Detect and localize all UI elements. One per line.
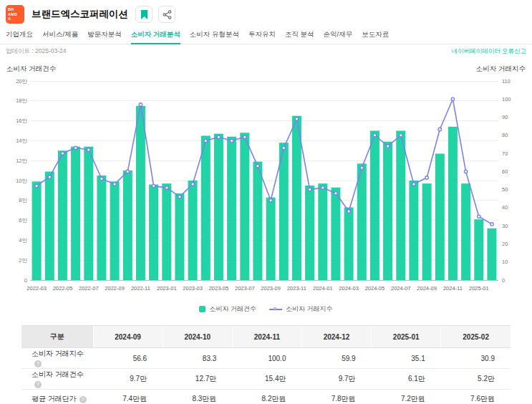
line-point-2022-08[interactable] (100, 177, 103, 180)
line-point-2024-12[interactable] (464, 170, 467, 173)
bar-2022-05[interactable] (58, 150, 67, 280)
bar-2024-11[interactable] (448, 127, 458, 280)
nav-tab-0[interactable]: 기업개요 (6, 29, 33, 44)
line-point-2025-01[interactable] (478, 215, 480, 218)
line-point-2022-04[interactable] (48, 175, 51, 178)
line-point-2023-08[interactable] (256, 165, 259, 168)
line-point-2023-10[interactable] (282, 146, 285, 149)
line-point-2023-03[interactable] (191, 183, 194, 186)
bar-2025-01[interactable] (474, 219, 483, 280)
bar-2024-09[interactable] (422, 183, 432, 280)
bookmark-icon (140, 10, 148, 19)
bar-2024-07[interactable] (396, 131, 405, 281)
nav-tab-3[interactable]: 소비자 거래분석 (131, 29, 180, 44)
nav-tab-5[interactable]: 투자유치 (248, 29, 276, 44)
table-header-row: 구분2024-092024-102024-112024-122025-01202… (21, 326, 511, 348)
nav-tab-2[interactable]: 방문자분석 (87, 29, 122, 44)
line-swatch-icon (269, 309, 282, 310)
line-point-2022-10[interactable] (126, 170, 129, 173)
bar-2022-04[interactable] (45, 172, 54, 281)
cell-value: 59.9 (301, 348, 371, 369)
line-point-2024-09[interactable] (425, 176, 428, 179)
info-icon[interactable]: ? (79, 396, 87, 403)
nav-tab-4[interactable]: 소비자 유형분석 (190, 29, 239, 44)
bar-2023-06[interactable] (227, 137, 236, 280)
bar-2022-06[interactable] (71, 147, 80, 280)
info-icon[interactable]: ? (34, 360, 42, 367)
bar-2022-07[interactable] (84, 147, 93, 280)
info-icon[interactable]: ? (34, 381, 42, 388)
line-point-2025-02[interactable] (490, 223, 493, 226)
bar-2024-06[interactable] (383, 142, 392, 280)
bar-2022-10[interactable] (123, 170, 132, 280)
share-button[interactable] (158, 6, 175, 23)
line-point-2023-12[interactable] (308, 188, 311, 191)
line-point-2023-05[interactable] (217, 135, 220, 138)
bar-2024-05[interactable] (370, 131, 379, 281)
line-point-2022-12[interactable] (152, 184, 155, 187)
brand-logo-icon[interactable]: BR AND X. (6, 5, 24, 24)
bar-2023-09[interactable] (266, 198, 276, 280)
line-point-2024-07[interactable] (400, 134, 402, 137)
bar-2023-12[interactable] (305, 186, 314, 280)
bar-2023-08[interactable] (253, 162, 262, 280)
line-point-2022-03[interactable] (35, 184, 38, 187)
bar-2025-02[interactable] (487, 229, 496, 280)
bar-2023-05[interactable] (214, 134, 223, 280)
transaction-chart[interactable]: 02만4만6만8만10만12만14만16만18만20만0102030405060… (6, 74, 526, 300)
line-point-2024-02[interactable] (334, 192, 337, 195)
x-tick: 2023-11 (287, 285, 306, 292)
error-report-link[interactable]: 네이버페이데이터 오류신고 (452, 47, 526, 56)
line-point-2023-04[interactable] (204, 139, 207, 142)
line-point-2022-07[interactable] (87, 148, 90, 151)
line-point-2024-11[interactable] (451, 97, 454, 100)
bar-2024-01[interactable] (318, 183, 327, 280)
bookmark-button[interactable] (135, 6, 153, 23)
bar-2022-03[interactable] (32, 181, 42, 280)
bar-2023-07[interactable] (240, 133, 249, 280)
bar-2022-09[interactable] (110, 181, 120, 280)
legend-item-index[interactable]: 소비자 거래지수 (269, 304, 333, 314)
line-point-2022-06[interactable] (74, 146, 77, 149)
line-point-2023-01[interactable] (165, 186, 168, 189)
line-point-2022-05[interactable] (61, 152, 64, 155)
y-left-tick: 16만 (16, 117, 27, 124)
nav-tab-6[interactable]: 조직 분석 (285, 29, 314, 44)
bar-2022-12[interactable] (149, 185, 158, 280)
bar-2024-12[interactable] (461, 183, 470, 280)
line-point-2024-01[interactable] (321, 186, 324, 189)
line-point-2023-02[interactable] (178, 196, 181, 198)
bar-2022-08[interactable] (97, 175, 106, 280)
line-point-2022-09[interactable] (113, 183, 116, 186)
bar-2024-04[interactable] (357, 163, 367, 280)
line-point-2024-05[interactable] (373, 134, 376, 137)
bar-2024-08[interactable] (409, 181, 418, 280)
bar-2023-02[interactable] (175, 193, 184, 280)
line-point-2023-11[interactable] (295, 117, 298, 120)
line-point-2023-06[interactable] (230, 139, 233, 142)
line-point-2022-11[interactable] (139, 103, 142, 106)
nav-tab-7[interactable]: 손익/재무 (324, 29, 353, 44)
nav-tab-1[interactable]: 서비스/제품 (42, 29, 78, 44)
bar-2024-03[interactable] (344, 208, 354, 281)
bar-2023-01[interactable] (162, 183, 171, 280)
bar-2024-02[interactable] (331, 188, 340, 280)
bar-2023-03[interactable] (188, 181, 198, 280)
bar-2024-10[interactable] (435, 154, 445, 281)
cell-value: 9.7만 (93, 369, 163, 390)
line-point-2024-06[interactable] (386, 145, 389, 148)
nav-tab-8[interactable]: 보도자료 (362, 29, 389, 44)
line-point-2024-08[interactable] (412, 183, 415, 186)
line-point-2023-07[interactable] (243, 135, 246, 138)
cell-value: 56.6 (93, 348, 163, 369)
line-point-2024-10[interactable] (438, 128, 441, 130)
page-header: BR AND X. 브랜드엑스코퍼레이션 (0, 0, 532, 29)
line-point-2023-09[interactable] (269, 199, 272, 202)
bar-2023-11[interactable] (292, 116, 301, 280)
line-point-2024-04[interactable] (360, 166, 363, 169)
legend-item-count[interactable]: 소비자 거래건수 (199, 304, 256, 314)
bar-2022-11[interactable] (136, 106, 145, 280)
column-header: 2024-11 (232, 326, 301, 348)
line-point-2024-03[interactable] (347, 210, 350, 213)
bar-2023-04[interactable] (201, 136, 211, 281)
